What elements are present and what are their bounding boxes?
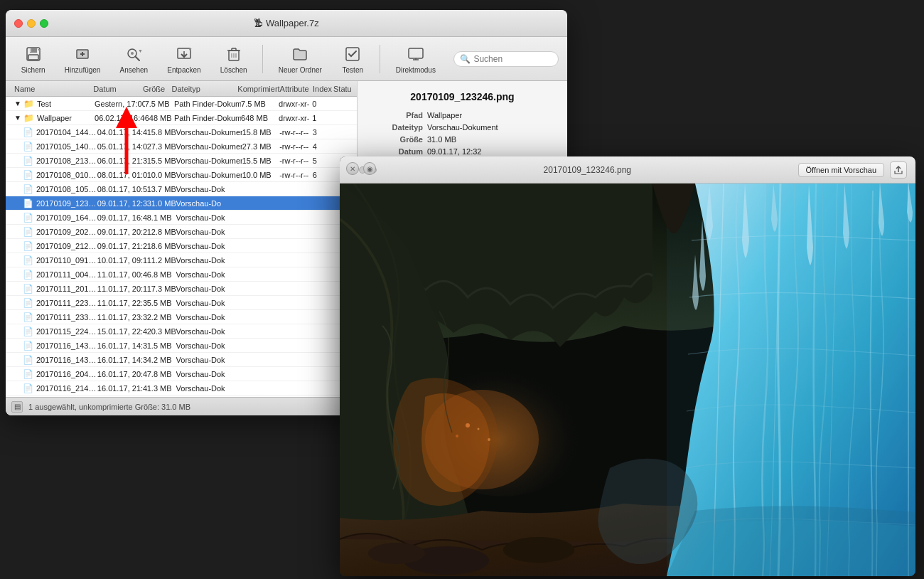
expand-button[interactable]: ▤ bbox=[11, 401, 23, 413]
table-row[interactable]: 📄20170115_224052.png15.01.17, 22:4020.3 … bbox=[6, 324, 357, 339]
col-header-index[interactable]: Index bbox=[313, 85, 333, 93]
table-row[interactable]: 📄20170109_212153.png09.01.17, 21:2118.6 … bbox=[6, 239, 357, 253]
table-row[interactable]: 📄20170109_123246.png09.01.17, 12:3231.0 … bbox=[6, 196, 357, 211]
table-row[interactable]: 📄20170108_213528.png06.01.17, 21:3515.5 … bbox=[6, 154, 357, 168]
ansehen-button[interactable]: ▼ Ansehen bbox=[113, 41, 155, 77]
file-type-cell: Path Finder-Dokument bbox=[174, 100, 241, 108]
preview-filename: 20170109_123246.png bbox=[382, 165, 793, 175]
file-type-cell: Vorschau-Dok bbox=[176, 285, 242, 293]
file-size-cell: 11.2 MB bbox=[147, 256, 176, 265]
search-box[interactable]: 🔍 bbox=[453, 51, 559, 67]
col-header-size[interactable]: Größe bbox=[143, 85, 172, 93]
file-type-cell: Vorschau-Dok bbox=[176, 242, 242, 250]
file-attr-cell: drwxr-xr- bbox=[279, 114, 312, 122]
file-name-cell: 📄20170110_091319.png bbox=[9, 255, 97, 265]
file-name-cell: 📄20170109_123246.png bbox=[9, 198, 97, 208]
window-title: 🗜 Wallpaper.7z bbox=[14, 18, 559, 28]
table-row[interactable]: 📄20170116_214213.png16.01.17, 21:421.3 M… bbox=[6, 381, 357, 395]
file-size-cell: 7.8 MB bbox=[147, 370, 176, 378]
file-date-cell: 09.01.17, 16:44 bbox=[97, 213, 147, 222]
table-row[interactable]: 📄20170116_143911.png16.01.17, 14:394.2 M… bbox=[6, 353, 357, 367]
table-row[interactable]: 📄20170111_223028.png11.01.17, 22:305.5 M… bbox=[6, 296, 357, 310]
file-name-text: Test bbox=[37, 100, 51, 108]
table-row[interactable]: 📄20170109_202148.png09.01.17, 20:2112.8 … bbox=[6, 225, 357, 239]
sichern-button[interactable]: ▼ Sichern bbox=[14, 41, 52, 77]
expand-triangle-icon: ▼ bbox=[14, 114, 21, 122]
file-date-cell: 09.01.17, 21:21 bbox=[97, 242, 147, 250]
file-date-cell: 16.01.17, 20:42 bbox=[97, 370, 147, 378]
file-name-text: 20170105_140522.png bbox=[36, 142, 97, 151]
file-attr-cell: drwxr-xr- bbox=[279, 100, 312, 108]
table-row[interactable]: 📄20170111_233030.png11.01.17, 23:302.2 M… bbox=[6, 310, 357, 324]
file-size-cell: 15.8 MB bbox=[147, 128, 176, 137]
table-row[interactable]: 📄20170116_204206.png16.01.17, 20:427.8 M… bbox=[6, 367, 357, 381]
file-size-cell: 13.7 MB bbox=[147, 185, 176, 193]
file-name-cell: 📄20170108_105203.png bbox=[9, 184, 97, 194]
file-icon: 📄 bbox=[23, 184, 33, 194]
file-date-cell: 09.01.17, 12:32 bbox=[97, 199, 147, 208]
ansehen-label: Ansehen bbox=[120, 66, 148, 74]
sichern-icon: ▼ bbox=[23, 44, 43, 64]
columns-header: Name Datum Größe Dateityp Komprimiert At… bbox=[6, 81, 357, 97]
svg-text:▼: ▼ bbox=[138, 48, 142, 53]
file-compressed-cell: 10.0 MB bbox=[242, 171, 279, 179]
table-row[interactable]: 📄20170108_010332.png08.01.17, 01:0310.0 … bbox=[6, 168, 357, 182]
file-size-cell: 4.2 MB bbox=[147, 356, 176, 364]
table-row[interactable]: 📄20170109_164417.png09.01.17, 16:448.1 M… bbox=[6, 211, 357, 225]
entpacken-button[interactable]: ▼ Entpacken bbox=[161, 41, 208, 77]
maximize-button[interactable] bbox=[40, 19, 48, 28]
file-index-cell: 3 bbox=[313, 128, 333, 137]
quicklook-close-button[interactable]: ✕ bbox=[346, 162, 359, 175]
table-row[interactable]: 📄20170111_201914.png11.01.17, 20:1917.3 … bbox=[6, 282, 357, 296]
file-index-cell: 1 bbox=[312, 114, 333, 122]
file-type-cell: Vorschau-Dokument bbox=[176, 128, 242, 137]
table-row[interactable]: ▼📁Wallpaper06.02.17, 16:40648 MBPath Fin… bbox=[6, 111, 357, 125]
quicklook-pin-button[interactable]: ◉ bbox=[363, 162, 376, 175]
svg-point-30 bbox=[368, 543, 425, 564]
direktmodus-button[interactable]: Direktmodus bbox=[389, 41, 442, 77]
loeschen-button[interactable]: Löschen bbox=[213, 41, 254, 77]
col-header-name[interactable]: Name bbox=[9, 85, 93, 93]
file-compressed-cell: 15.8 MB bbox=[242, 128, 279, 137]
svg-point-38 bbox=[456, 435, 458, 437]
minimize-button[interactable] bbox=[27, 19, 36, 28]
file-type-cell: Vorschau-Dok bbox=[176, 341, 242, 350]
svg-point-37 bbox=[488, 438, 490, 441]
col-header-date[interactable]: Datum bbox=[93, 85, 143, 93]
testen-button[interactable]: Testen bbox=[334, 41, 371, 77]
file-type-cell: Vorschau-Dokument bbox=[176, 171, 242, 179]
table-row[interactable]: 📄20170105_140522.png05.01.17, 14:0527.3 … bbox=[6, 139, 357, 154]
svg-point-31 bbox=[503, 537, 574, 563]
cave-image-svg bbox=[340, 184, 915, 576]
col-header-type[interactable]: Dateityp bbox=[172, 85, 238, 93]
table-row[interactable]: 📄20170108_105203.png08.01.17, 10:5213.7 … bbox=[6, 182, 357, 196]
toolbar-separator-2 bbox=[380, 45, 380, 73]
file-size-cell: 5.5 MB bbox=[147, 299, 176, 307]
share-button[interactable] bbox=[890, 161, 907, 179]
col-header-attr[interactable]: Attribute bbox=[280, 85, 313, 93]
file-name-text: 20170109_202148.png bbox=[36, 228, 97, 236]
table-row[interactable]: 📄20170116_143854.png16.01.17, 14:381.5 M… bbox=[6, 339, 357, 353]
file-name-text: 20170116_204206.png bbox=[36, 370, 97, 378]
file-list-panel: Name Datum Größe Dateityp Komprimiert At… bbox=[6, 81, 358, 397]
table-row[interactable]: 📄20170111_004219.png11.01.17, 00:426.8 M… bbox=[6, 267, 357, 282]
detail-groesse-row: Größe 31.0 MB bbox=[366, 135, 559, 144]
file-date-cell: 05.01.17, 14:05 bbox=[97, 142, 147, 151]
col-header-compressed[interactable]: Komprimiert bbox=[237, 85, 279, 93]
file-compressed-cell: 648 MB bbox=[241, 114, 279, 122]
table-row[interactable]: 📄20170104_144430.png04.01.17, 14:4415.8 … bbox=[6, 125, 357, 139]
table-row[interactable]: ▼📁TestGestern, 17:007.5 MBPath Finder-Do… bbox=[6, 97, 357, 111]
search-input[interactable] bbox=[473, 54, 552, 64]
detail-pfad-value: Wallpaper bbox=[427, 111, 462, 119]
file-name-cell: 📄20170109_212153.png bbox=[9, 241, 97, 251]
close-button[interactable] bbox=[14, 19, 23, 28]
file-date-cell: 11.01.17, 20:19 bbox=[97, 285, 147, 293]
col-header-status[interactable]: Statu bbox=[333, 85, 354, 93]
table-row[interactable]: 📄20170110_091319.png10.01.17, 09:1311.2 … bbox=[6, 253, 357, 267]
open-with-preview-button[interactable]: Öffnen mit Vorschau bbox=[798, 163, 884, 177]
neuer-ordner-button[interactable]: Neuer Ordner bbox=[272, 41, 328, 77]
file-name-text: 20170108_010332.png bbox=[36, 171, 97, 179]
svg-rect-35 bbox=[766, 184, 915, 576]
loeschen-icon bbox=[224, 44, 244, 64]
hinzufuegen-button[interactable]: Hinzufügen bbox=[58, 41, 107, 77]
